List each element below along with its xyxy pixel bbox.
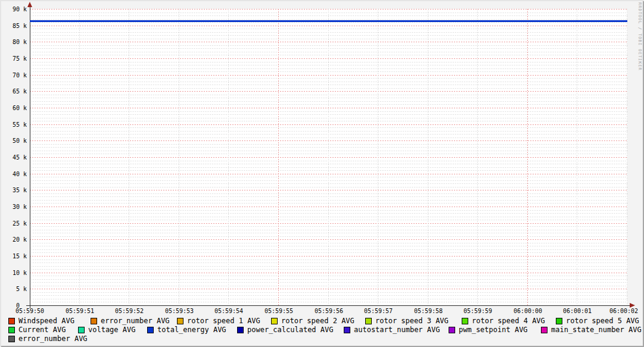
legend-swatch-icon xyxy=(541,327,547,333)
h-gridline-major xyxy=(30,75,627,76)
legend-label: total_energy AVG xyxy=(157,326,226,334)
legend-label: rotor speed 5 AVG xyxy=(566,317,639,325)
h-gridline-minor xyxy=(30,52,627,52)
x-tick-label: 05:59:51 xyxy=(62,308,98,314)
v-gridline-minor xyxy=(477,9,478,305)
y-tick-label: 45 k xyxy=(3,154,27,161)
h-gridline-minor xyxy=(30,210,627,211)
h-gridline-minor xyxy=(30,230,627,230)
x-tick-label: 05:59:53 xyxy=(161,308,197,314)
h-gridline-minor xyxy=(30,187,627,187)
legend-label: power_calculated AVG xyxy=(247,326,334,334)
y-axis-arrow-icon xyxy=(27,2,32,7)
x-tick-label: 05:59:55 xyxy=(261,308,297,314)
h-gridline-minor xyxy=(30,121,627,121)
h-gridline-major xyxy=(30,273,627,273)
h-gridline-minor xyxy=(30,161,627,161)
legend-label: voltage AVG xyxy=(88,326,135,334)
h-gridline-minor xyxy=(30,12,627,13)
h-gridline-minor xyxy=(30,131,627,132)
legend-label: rotor speed 1 AVG xyxy=(187,317,260,325)
h-gridline-minor xyxy=(30,180,627,181)
legend-label: Windspeed AVG xyxy=(18,317,74,325)
h-gridline-minor xyxy=(30,118,627,118)
h-gridline-minor xyxy=(30,22,627,23)
y-tick-label: 5 k xyxy=(3,286,27,292)
legend-label: rotor speed 3 AVG xyxy=(375,317,449,325)
watermark: RRDTOOL / TOBI OETIKER xyxy=(637,2,642,71)
h-gridline-minor xyxy=(30,167,627,168)
h-gridline-major xyxy=(30,9,627,10)
h-gridline-minor xyxy=(30,246,627,246)
h-gridline-minor xyxy=(30,249,627,250)
legend-swatch-icon xyxy=(462,318,468,324)
legend-label: autostart_number AVG xyxy=(354,326,440,334)
h-gridline-major xyxy=(30,140,627,141)
h-gridline-major xyxy=(30,207,627,207)
y-tick-label: 40 k xyxy=(3,171,27,177)
h-gridline-minor xyxy=(30,39,627,39)
y-tick-label: 90 k xyxy=(3,6,27,12)
h-gridline-minor xyxy=(30,45,627,46)
y-tick-label: 20 k xyxy=(3,236,27,243)
h-gridline-minor xyxy=(30,217,627,217)
h-gridline-minor xyxy=(30,104,627,105)
x-tick-label: 05:59:54 xyxy=(211,308,247,314)
h-gridline-minor xyxy=(30,88,627,89)
h-gridline-major xyxy=(30,174,627,174)
legend-label: rotor speed 2 AVG xyxy=(281,317,354,325)
x-tick-label: 05:59:50 xyxy=(12,308,48,314)
v-gridline-minor xyxy=(179,9,179,305)
h-gridline-minor xyxy=(30,137,627,138)
x-tick-label: 05:59:59 xyxy=(460,308,496,314)
x-axis-line xyxy=(26,305,630,306)
h-gridline-minor xyxy=(30,154,627,154)
h-gridline-minor xyxy=(30,151,627,151)
h-gridline-major xyxy=(30,108,627,108)
legend-swatch-icon xyxy=(449,327,455,333)
h-gridline-minor xyxy=(30,276,627,276)
h-gridline-major xyxy=(30,239,627,240)
y-axis-line xyxy=(30,5,30,308)
v-gridline-minor xyxy=(328,9,329,305)
h-gridline-major xyxy=(30,91,627,92)
y-tick-label: 75 k xyxy=(3,55,27,62)
h-gridline-minor xyxy=(30,226,627,227)
legend-swatch-icon xyxy=(8,336,15,342)
y-tick-label: 60 k xyxy=(3,105,27,111)
h-gridline-minor xyxy=(30,101,627,102)
h-gridline-major xyxy=(30,157,627,158)
h-gridline-minor xyxy=(30,295,627,296)
h-gridline-minor xyxy=(30,78,627,79)
h-gridline-minor xyxy=(30,177,627,177)
h-gridline-minor xyxy=(30,203,627,204)
h-gridline-minor xyxy=(30,252,627,253)
h-gridline-minor xyxy=(30,32,627,33)
x-tick-label: 05:59:52 xyxy=(111,308,147,314)
v-gridline-minor xyxy=(378,9,378,305)
v-gridline-major xyxy=(527,9,528,305)
h-gridline-minor xyxy=(30,262,627,263)
series-line-total-energy xyxy=(30,20,627,22)
legend-swatch-icon xyxy=(147,327,154,333)
legend-swatch-icon xyxy=(78,327,85,333)
h-gridline-minor xyxy=(30,114,627,115)
h-gridline-minor xyxy=(30,65,627,65)
h-gridline-minor xyxy=(30,220,627,220)
y-tick-label: 30 k xyxy=(3,204,27,210)
v-gridline-major xyxy=(278,9,279,305)
v-gridline-minor xyxy=(228,9,229,305)
y-tick-label: 80 k xyxy=(3,39,27,45)
h-gridline-minor xyxy=(30,236,627,237)
v-gridline-minor xyxy=(428,9,428,305)
h-gridline-minor xyxy=(30,196,627,197)
plot-area xyxy=(30,9,627,305)
legend-swatch-icon xyxy=(365,318,372,324)
h-gridline-minor xyxy=(30,266,627,267)
h-gridline-minor xyxy=(30,164,627,164)
y-tick-label: 65 k xyxy=(3,88,27,95)
h-gridline-major xyxy=(30,223,627,224)
v-gridline-minor xyxy=(577,9,577,305)
h-gridline-minor xyxy=(30,127,627,128)
legend-label: main_state_number AVG xyxy=(551,326,642,334)
